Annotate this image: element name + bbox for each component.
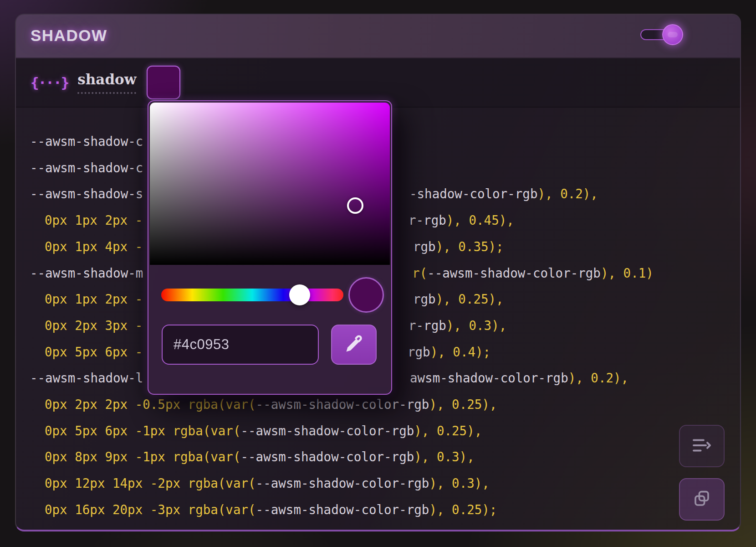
hue-slider-thumb[interactable] <box>289 284 310 305</box>
code-line: 0px 12px 14px -2px rgba(var(--awsm-shado… <box>16 474 740 492</box>
code-segment: 0px 12px 14px -2px rgba(var(--awsm-shado… <box>45 474 490 492</box>
hex-color-input[interactable] <box>162 325 319 365</box>
code-segment: 0px 8px 9px -1px rgba(var(--awsm-shadow-… <box>45 448 475 466</box>
code-segment: 0px 2px 2px -0.5px rgba(var(--awsm-shado… <box>45 395 497 413</box>
code-segment: 0px 5px 6px - <box>45 343 143 361</box>
code-segment: awsm-shadow-color-rgb), 0.2), <box>410 369 628 387</box>
saturation-area[interactable] <box>150 103 390 265</box>
code-segment: rgb), 0.35); <box>413 237 504 256</box>
saturation-cursor[interactable] <box>347 197 363 214</box>
code-segment: --awsm-shadow-c <box>30 132 143 150</box>
code-segment: r-rgb), 0.3), <box>409 316 506 335</box>
code-line: 0px 16px 20px -3px rgba(var(--awsm-shado… <box>16 501 740 519</box>
code-segment: --awsm-shadow-m <box>30 264 143 282</box>
copy-button[interactable] <box>679 478 725 521</box>
shadow-panel: SHADOW {···} shadow --awsm-shadow-c--aws… <box>15 14 741 532</box>
code-segment: 0px 1px 4px - <box>45 237 143 256</box>
code-segment: 0px 1px 2px - <box>45 211 143 229</box>
color-picker-popup <box>148 100 392 395</box>
copy-icon <box>692 489 711 510</box>
code-segment: -shadow-color-rgb), 0.2), <box>409 185 598 203</box>
code-segment: 0px 1px 2px - <box>45 290 143 308</box>
eyedropper-icon <box>344 334 364 356</box>
export-button[interactable] <box>679 425 725 467</box>
code-segment: 0px 5px 6px -1px rgba(var(--awsm-shadow-… <box>45 422 482 440</box>
code-segment: r-rgb), 0.45), <box>409 211 514 229</box>
color-preview-circle <box>348 277 384 313</box>
color-swatch-button[interactable] <box>147 66 180 99</box>
code-line: 0px 2px 2px -0.5px rgba(var(--awsm-shado… <box>16 395 740 413</box>
code-segment: --awsm-shadow-c <box>30 159 143 177</box>
lines-arrow-right-icon <box>691 437 712 455</box>
code-line: 0px 5px 6px -1px rgba(var(--awsm-shadow-… <box>16 422 740 440</box>
code-segment: rgb), 0.25), <box>413 290 504 308</box>
code-segment: r(--awsm-shadow-color-rgb), 0.1) <box>412 264 654 282</box>
code-line: 0px 8px 9px -1px rgba(var(--awsm-shadow-… <box>16 448 740 466</box>
code-segment: 0px 16px 20px -3px rgba(var(--awsm-shado… <box>45 501 497 519</box>
eyedropper-button[interactable] <box>331 325 377 365</box>
hue-slider[interactable] <box>161 289 343 301</box>
app-background: SHADOW {···} shadow --awsm-shadow-c--aws… <box>0 0 756 547</box>
code-segment: --awsm-shadow-s <box>30 185 143 203</box>
code-segment: --awsm-shadow-l <box>30 369 143 387</box>
code-segment: rgb), 0.4); <box>408 343 490 361</box>
code-segment: 0px 2px 3px - <box>45 316 143 335</box>
